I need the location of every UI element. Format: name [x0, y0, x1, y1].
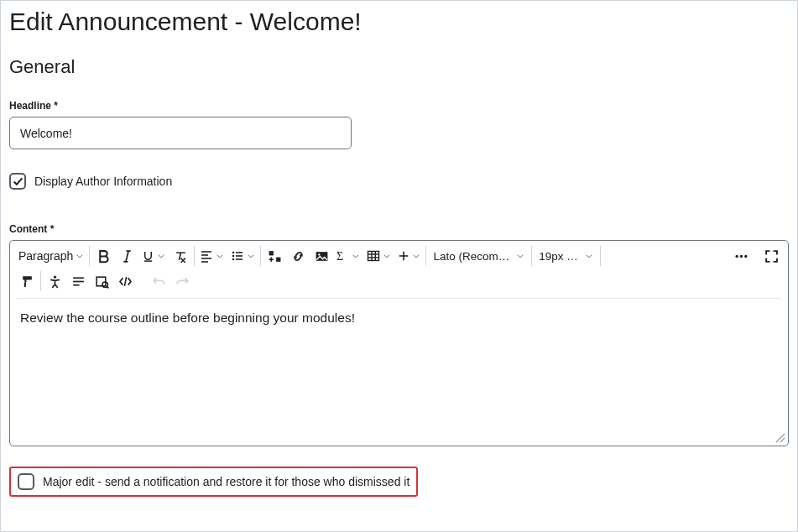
block-type-dropdown[interactable]: Paragraph [15, 244, 87, 268]
svg-point-12 [232, 258, 235, 261]
display-author-checkbox[interactable] [9, 173, 26, 190]
svg-line-43 [780, 438, 785, 442]
italic-button[interactable] [115, 244, 138, 268]
editor-body[interactable]: Review the course outline before beginni… [10, 299, 788, 446]
image-button[interactable] [310, 244, 333, 268]
svg-point-31 [739, 254, 742, 257]
clear-format-button[interactable] [169, 244, 192, 268]
content-label: Content * [9, 223, 789, 235]
svg-point-10 [232, 252, 235, 254]
svg-text:Σ: Σ [336, 250, 343, 263]
toolbar-row-2 [10, 268, 788, 298]
section-title: General [9, 56, 789, 78]
undo-button[interactable] [147, 269, 170, 293]
svg-rect-33 [23, 282, 25, 286]
headline-label: Headline * [9, 100, 789, 112]
table-button[interactable] [363, 244, 394, 268]
source-code-button[interactable] [113, 269, 137, 293]
font-family-dropdown[interactable]: Lato (Recom… [428, 244, 529, 268]
accessibility-checker-button[interactable] [43, 269, 66, 293]
preview-button[interactable] [90, 269, 113, 293]
page-title: Edit Announcement - Welcome! [9, 8, 789, 36]
fullscreen-button[interactable] [759, 244, 783, 268]
equation-button[interactable]: Σ [333, 244, 363, 268]
resize-handle-icon[interactable] [774, 431, 785, 443]
svg-line-2 [126, 251, 128, 262]
more-actions-button[interactable] [729, 244, 753, 268]
svg-line-42 [776, 434, 785, 442]
list-button[interactable] [227, 244, 258, 268]
svg-rect-17 [276, 257, 280, 261]
align-button[interactable] [196, 244, 227, 268]
insert-more-button[interactable] [394, 244, 424, 268]
format-painter-button[interactable] [15, 269, 39, 293]
major-edit-label: Major edit - send a notification and res… [43, 475, 409, 488]
svg-rect-23 [368, 252, 379, 261]
rich-text-editor: Paragraph [9, 240, 789, 446]
display-author-label: Display Author Information [34, 175, 172, 188]
toolbar-row-1: Paragraph [10, 241, 788, 268]
redo-button[interactable] [170, 269, 194, 293]
svg-line-41 [124, 277, 126, 286]
link-button[interactable] [286, 244, 310, 268]
insert-stuff-button[interactable] [263, 244, 286, 268]
bold-button[interactable] [91, 244, 115, 268]
headline-input[interactable] [9, 117, 352, 149]
word-count-button[interactable] [66, 269, 90, 293]
svg-point-32 [744, 254, 747, 257]
svg-point-34 [53, 275, 55, 278]
underline-button[interactable] [138, 244, 169, 268]
font-size-dropdown[interactable]: 19px … [534, 244, 598, 268]
major-edit-checkbox[interactable] [18, 473, 34, 490]
svg-point-11 [232, 255, 235, 258]
svg-line-40 [107, 286, 108, 288]
svg-point-21 [318, 253, 320, 255]
major-edit-highlight: Major edit - send a notification and res… [9, 467, 418, 497]
svg-rect-20 [316, 252, 327, 261]
svg-point-30 [735, 254, 738, 257]
svg-rect-16 [269, 251, 273, 255]
